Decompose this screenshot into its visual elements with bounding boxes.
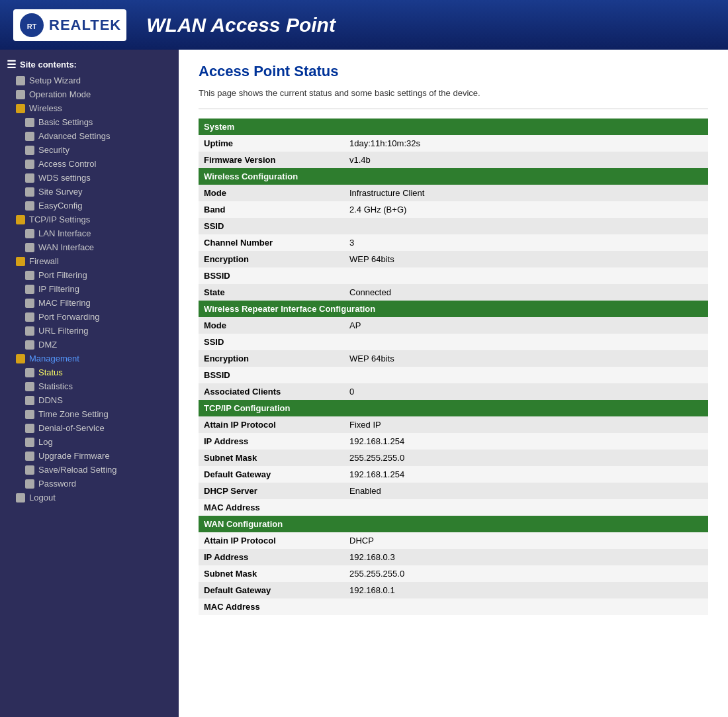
page-icon [25, 229, 34, 238]
sidebar-item-statistics[interactable]: Statistics [0, 379, 179, 393]
sidebar-item-password[interactable]: Password [0, 477, 179, 491]
svg-text:RT: RT [27, 23, 37, 30]
sidebar-label: IP Filtering [38, 284, 79, 294]
sidebar-label: Log [38, 437, 53, 447]
page-description: This page shows the current status and s… [199, 88, 708, 98]
sidebar-item-tcpip[interactable]: TCP/IP Settings [0, 213, 179, 226]
folder-icon [16, 104, 25, 113]
table-row: MAC Address [199, 499, 708, 516]
sidebar-item-wds-settings[interactable]: WDS settings [0, 171, 179, 185]
sidebar-item-ip-filtering[interactable]: IP Filtering [0, 282, 179, 296]
row-value [344, 218, 708, 234]
sidebar-item-firewall[interactable]: Firewall [0, 254, 179, 268]
sidebar-item-log[interactable]: Log [0, 435, 179, 449]
sidebar-label: Site Survey [38, 187, 82, 197]
sidebar-item-wan-interface[interactable]: WAN Interface [0, 240, 179, 254]
sidebar-label: Password [38, 479, 76, 489]
table-row: SSID [199, 218, 708, 234]
sidebar-item-dos[interactable]: Denial-of-Service [0, 421, 179, 435]
page-icon [25, 132, 34, 141]
sidebar-item-logout[interactable]: Logout [0, 491, 179, 504]
sidebar-label: LAN Interface [38, 228, 91, 238]
sidebar-item-wireless[interactable]: Wireless [0, 101, 179, 115]
sidebar-label: Firewall [29, 256, 59, 266]
section-wan-config: WAN Configuration [199, 516, 708, 532]
page-icon [25, 340, 34, 350]
row-label: Attain IP Protocol [199, 416, 344, 433]
row-label: IP Address [199, 433, 344, 450]
sidebar-label: Port Forwarding [38, 312, 99, 322]
page-icon [16, 90, 25, 99]
table-row: Associated Clients 0 [199, 383, 708, 400]
table-row: Mode Infrastructure Client [199, 185, 708, 201]
table-row: Uptime 1day:11h:10m:32s [199, 135, 708, 152]
table-row: BSSID [199, 267, 708, 284]
sidebar-item-mac-filtering[interactable]: MAC Filtering [0, 296, 179, 310]
table-row: MAC Address [199, 598, 708, 615]
sidebar-item-time-zone[interactable]: Time Zone Setting [0, 407, 179, 421]
sidebar-item-advanced-settings[interactable]: Advanced Settings [0, 129, 179, 143]
sidebar-item-status[interactable]: Status [0, 365, 179, 379]
sidebar-item-setup-wizard[interactable]: Setup Wizard [0, 73, 179, 87]
row-value: 255.255.255.0 [344, 565, 708, 582]
sidebar-item-site-survey[interactable]: Site Survey [0, 185, 179, 199]
sidebar-item-security[interactable]: Security [0, 143, 179, 157]
row-value: Connected [344, 284, 708, 301]
sidebar-item-access-control[interactable]: Access Control [0, 157, 179, 171]
sidebar-item-management[interactable]: Management [0, 352, 179, 365]
page-icon [25, 312, 34, 322]
sidebar-item-save-reload[interactable]: Save/Reload Setting [0, 463, 179, 477]
row-label: Subnet Mask [199, 450, 344, 466]
page-icon [25, 271, 34, 280]
sidebar-item-basic-settings[interactable]: Basic Settings [0, 115, 179, 129]
row-label: Mode [199, 317, 344, 334]
sidebar-item-upgrade-firmware[interactable]: Upgrade Firmware [0, 449, 179, 463]
sidebar-item-port-filtering[interactable]: Port Filtering [0, 268, 179, 282]
sidebar-label: Basic Settings [38, 117, 93, 127]
table-row: Attain IP Protocol DHCP [199, 532, 708, 549]
sidebar-item-url-filtering[interactable]: URL Filtering [0, 324, 179, 338]
table-row: Encryption WEP 64bits [199, 251, 708, 267]
row-label: Band [199, 201, 344, 218]
row-value [344, 267, 708, 284]
page-icon [16, 76, 25, 85]
menu-icon: ☰ [7, 58, 16, 71]
page-icon [25, 410, 34, 419]
row-label: Encryption [199, 350, 344, 367]
row-value: 192.168.1.254 [344, 433, 708, 450]
section-tcpip-config: TCP/IP Configuration [199, 400, 708, 416]
sidebar-item-dmz[interactable]: DMZ [0, 338, 179, 352]
row-value: 1day:11h:10m:32s [344, 135, 708, 152]
sidebar-item-lan-interface[interactable]: LAN Interface [0, 226, 179, 240]
table-row: Mode AP [199, 317, 708, 334]
table-row: Channel Number 3 [199, 234, 708, 251]
row-value: Enabled [344, 483, 708, 499]
row-value: AP [344, 317, 708, 334]
sidebar-label: Advanced Settings [38, 131, 110, 141]
sidebar-item-operation-mode[interactable]: Operation Mode [0, 87, 179, 101]
row-value: 0 [344, 383, 708, 400]
row-label: Attain IP Protocol [199, 532, 344, 549]
divider [199, 109, 708, 109]
page-icon [25, 173, 34, 183]
row-label: Associated Clients [199, 383, 344, 400]
sidebar-label: Setup Wizard [29, 75, 81, 85]
row-value [344, 598, 708, 615]
sidebar-item-ddns[interactable]: DDNS [0, 393, 179, 407]
folder-icon [16, 215, 25, 224]
table-row: Subnet Mask 255.255.255.0 [199, 450, 708, 466]
page-icon [25, 118, 34, 127]
section-system: System [199, 119, 708, 135]
sidebar-label: URL Filtering [38, 326, 88, 336]
row-value: 255.255.255.0 [344, 450, 708, 466]
row-label: DHCP Server [199, 483, 344, 499]
row-label: Encryption [199, 251, 344, 267]
row-label: MAC Address [199, 499, 344, 516]
section-wireless-repeater: Wireless Repeater Interface Configuratio… [199, 301, 708, 317]
sidebar-label: Upgrade Firmware [38, 451, 110, 461]
table-row: IP Address 192.168.0.3 [199, 549, 708, 565]
sidebar-item-port-forwarding[interactable]: Port Forwarding [0, 310, 179, 324]
sidebar-label: Access Control [38, 159, 96, 169]
sidebar-item-easyconfig[interactable]: EasyConfig [0, 199, 179, 213]
sidebar-label: Wireless [29, 103, 62, 113]
